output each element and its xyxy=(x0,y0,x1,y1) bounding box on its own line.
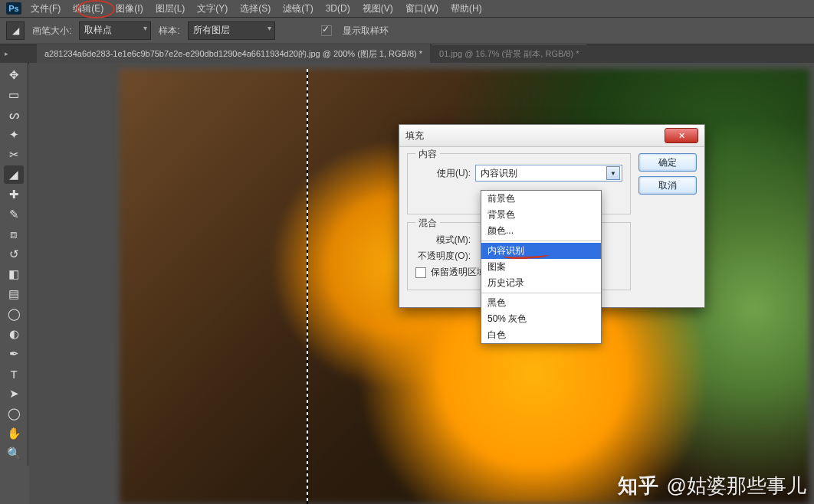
menu-window[interactable]: 窗口(W) xyxy=(402,1,441,17)
eraser-tool[interactable]: ◧ xyxy=(4,265,24,283)
brush-size-label: 画笔大小: xyxy=(32,25,71,38)
dropdown-item[interactable]: 内容识别 xyxy=(481,243,601,259)
dropdown-separator xyxy=(481,293,601,293)
dialog-title: 填充 xyxy=(405,129,424,142)
menu-layer[interactable]: 图层(L) xyxy=(153,1,189,17)
app-logo: Ps xyxy=(6,2,21,15)
type-tool[interactable]: T xyxy=(4,365,24,383)
sample-field[interactable]: 所有图层 xyxy=(188,21,275,40)
eyedropper-tool[interactable]: ◢ xyxy=(4,165,24,184)
opacity-label: 不透明度(O): xyxy=(415,250,471,263)
selection-edge xyxy=(307,69,308,504)
blend-group-title: 混合 xyxy=(415,217,440,230)
brush-tool[interactable]: ✎ xyxy=(4,205,24,224)
zoom-tool[interactable]: 🔍 xyxy=(4,444,24,463)
healing-brush-tool[interactable]: ✚ xyxy=(4,185,24,204)
blur-tool[interactable]: ◯ xyxy=(4,305,24,323)
dropdown-item[interactable]: 50% 灰色 xyxy=(481,311,601,327)
show-ring-checkbox[interactable] xyxy=(321,25,332,36)
tool-preset-icon[interactable]: ◢ xyxy=(6,21,25,40)
menu-type[interactable]: 文字(Y) xyxy=(194,1,231,17)
menu-3d[interactable]: 3D(D) xyxy=(323,2,353,15)
dialog-titlebar[interactable]: 填充 ✕ xyxy=(399,125,704,147)
use-label: 使用(U): xyxy=(415,167,471,180)
dropdown-item[interactable]: 图案 xyxy=(481,259,601,275)
clone-stamp-tool[interactable]: ⧈ xyxy=(4,225,24,244)
menu-select[interactable]: 选择(S) xyxy=(237,1,274,17)
menu-view[interactable]: 视图(V) xyxy=(359,1,396,17)
content-group-title: 内容 xyxy=(415,148,440,161)
cancel-button[interactable]: 取消 xyxy=(638,176,697,195)
history-brush-tool[interactable]: ↺ xyxy=(4,245,24,263)
sample-label: 样本: xyxy=(159,25,179,38)
menu-edit[interactable]: 编辑(E) xyxy=(70,1,107,17)
dropdown-separator xyxy=(481,241,601,241)
toolbox: ✥▭ᔕ✦✂◢✚✎⧈↺◧▤◯◐✒T➤◯✋🔍 xyxy=(0,63,28,466)
menu-image[interactable]: 图像(I) xyxy=(113,1,146,17)
wand-tool[interactable]: ✦ xyxy=(4,126,24,144)
menu-bar: Ps 文件(F) 编辑(E) 图像(I) 图层(L) 文字(Y) 选择(S) 滤… xyxy=(0,0,814,18)
dropdown-item[interactable]: 前景色 xyxy=(481,191,601,207)
dropdown-item[interactable]: 背景色 xyxy=(481,207,601,223)
use-dropdown-list[interactable]: 前景色背景色颜色...内容识别图案历史记录黑色50% 灰色白色 xyxy=(481,190,602,344)
chevron-down-icon[interactable]: ▼ xyxy=(606,166,620,180)
dialog-close-button[interactable]: ✕ xyxy=(665,128,698,143)
hand-tool[interactable]: ✋ xyxy=(4,424,24,443)
mode-label: 模式(M): xyxy=(415,234,471,247)
document-tab-bar: a281234a6de283-1e1e6c9b75b7e2e-e290dbd12… xyxy=(0,44,814,64)
lasso-tool[interactable]: ᔕ xyxy=(4,106,24,124)
use-combobox[interactable]: 内容识别 ▼ xyxy=(475,165,622,182)
marquee-tool[interactable]: ▭ xyxy=(4,86,24,104)
dodge-tool[interactable]: ◐ xyxy=(4,325,24,343)
menu-filter[interactable]: 滤镜(T) xyxy=(280,1,316,17)
show-ring-label: 显示取样环 xyxy=(343,25,389,38)
annotation-underline xyxy=(503,251,549,260)
menu-help[interactable]: 帮助(H) xyxy=(448,1,485,17)
move-tool[interactable]: ✥ xyxy=(4,66,24,84)
ok-button[interactable]: 确定 xyxy=(638,153,697,172)
document-tab-inactive[interactable]: 01.jpg @ 16.7% (背景 副本, RGB/8) * xyxy=(432,44,586,63)
dropdown-item[interactable]: 白色 xyxy=(481,327,601,343)
menu-file[interactable]: 文件(F) xyxy=(28,1,64,17)
mini-panel-tab[interactable]: ▸ xyxy=(0,46,12,61)
path-select-tool[interactable]: ➤ xyxy=(4,385,24,403)
gradient-tool[interactable]: ▤ xyxy=(4,285,24,303)
brush-size-field[interactable]: 取样点 xyxy=(79,21,151,40)
crop-tool[interactable]: ✂ xyxy=(4,146,24,164)
shape-tool[interactable]: ◯ xyxy=(4,404,24,423)
dropdown-item[interactable]: 历史记录 xyxy=(481,275,601,291)
dropdown-item[interactable]: 颜色... xyxy=(481,223,601,239)
use-combobox-value: 内容识别 xyxy=(481,167,517,180)
document-tab-active[interactable]: a281234a6de283-1e1e6c9b75b7e2e-e290dbd12… xyxy=(37,44,430,63)
options-bar: ◢ 画笔大小: 取样点 样本: 所有图层 显示取样环 xyxy=(0,18,814,44)
dropdown-item[interactable]: 黑色 xyxy=(481,295,601,311)
preserve-transparency-checkbox[interactable] xyxy=(415,267,426,278)
pen-tool[interactable]: ✒ xyxy=(4,345,24,363)
